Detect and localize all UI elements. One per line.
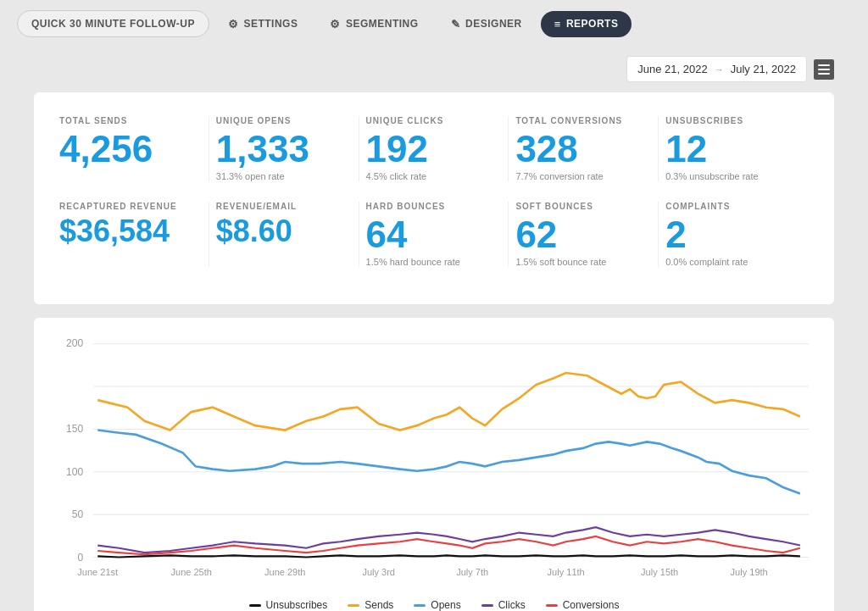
legend-opens: Opens [414, 599, 460, 611]
legend-dot-conversions [546, 604, 558, 607]
legend-clicks: Clicks [481, 599, 526, 611]
stat-complaints-sub: 0.0% complaint rate [665, 257, 795, 267]
date-end: July 21, 2022 [731, 63, 796, 75]
stat-soft-bounces-sub: 1.5% soft bounce rate [515, 257, 644, 267]
stat-soft-bounces-label: SOFT BOUNCES [515, 202, 644, 211]
date-arrow: → [715, 64, 724, 75]
date-start: June 21, 2022 [637, 63, 707, 75]
stat-unique-clicks-sub: 4.5% click rate [366, 171, 495, 181]
svg-text:0: 0 [77, 551, 83, 563]
stat-recaptured-revenue-label: RECAPTURED REVENUE [59, 202, 195, 211]
nav-segmenting[interactable]: ⚙ SEGMENTING [316, 11, 431, 37]
svg-text:June 25th: June 25th [170, 567, 211, 577]
stats-row-2: RECAPTURED REVENUE $36,584 REVENUE/EMAIL… [59, 202, 809, 267]
stat-complaints-value: 2 [665, 216, 795, 253]
chart-card: 200 150 100 50 0 June 21st June 25th Jun… [34, 318, 834, 611]
segmenting-icon: ⚙ [330, 18, 341, 31]
designer-icon: ✎ [451, 18, 461, 31]
stat-unique-opens-sub: 31.3% open rate [216, 171, 345, 181]
date-bar: June 21, 2022 → July 21, 2022 [34, 56, 834, 82]
nav-settings[interactable]: ⚙ SETTINGS [214, 11, 312, 37]
stat-complaints-label: COMPLAINTS [665, 202, 795, 211]
stat-unique-clicks: UNIQUE CLICKS 192 4.5% click rate [359, 116, 509, 181]
chart-svg: 200 150 100 50 0 June 21st June 25th Jun… [51, 335, 817, 589]
legend-label-sends: Sends [364, 599, 393, 611]
conversions-line [97, 536, 800, 554]
line-chart: 200 150 100 50 0 June 21st June 25th Jun… [51, 335, 817, 589]
stat-complaints: COMPLAINTS 2 0.0% complaint rate [659, 202, 809, 267]
svg-text:100: 100 [66, 466, 83, 478]
legend-label-opens: Opens [431, 599, 460, 611]
legend-dot-sends [348, 604, 359, 607]
main-content: June 21, 2022 → July 21, 2022 TOTAL SEND… [0, 47, 868, 611]
chart-legend: Unsubscribes Sends Opens Clicks Conversi… [51, 589, 817, 611]
stat-unsubscribes-label: UNSUBSCRIBES [665, 116, 795, 125]
legend-dot-opens [414, 604, 426, 607]
svg-text:July 19th: July 19th [731, 567, 768, 577]
nav-campaign[interactable]: QUICK 30 MINUTE FOLLOW-UP [17, 10, 209, 37]
nav-designer[interactable]: ✎ DESIGNER [437, 11, 536, 37]
stat-revenue-email-label: REVENUE/EMAIL [216, 202, 345, 211]
svg-text:July 11th: July 11th [548, 567, 585, 577]
legend-label-unsubscribes: Unsubscribes [266, 599, 328, 611]
nav-segmenting-label: SEGMENTING [346, 18, 419, 30]
nav-campaign-label: QUICK 30 MINUTE FOLLOW-UP [31, 18, 195, 30]
stats-row-1: TOTAL SENDS 4,256 UNIQUE OPENS 1,333 31.… [59, 116, 809, 181]
legend-label-clicks: Clicks [498, 599, 526, 611]
stat-revenue-email-value: $8.60 [216, 216, 345, 247]
stat-total-conversions-sub: 7.7% conversion rate [515, 171, 644, 181]
nav-reports-label: REPORTS [566, 18, 619, 30]
stat-unique-opens: UNIQUE OPENS 1,333 31.3% open rate [209, 116, 359, 181]
stat-total-sends-label: TOTAL SENDS [59, 116, 195, 125]
svg-text:150: 150 [66, 422, 83, 434]
legend-conversions: Conversions [546, 599, 620, 611]
stat-soft-bounces-value: 62 [515, 216, 644, 253]
stat-total-sends-value: 4,256 [59, 131, 195, 168]
stat-unique-clicks-value: 192 [366, 131, 495, 168]
stat-total-conversions-value: 328 [515, 131, 644, 168]
svg-text:50: 50 [72, 508, 83, 520]
settings-icon: ⚙ [228, 18, 239, 31]
stat-total-conversions-label: TOTAL CONVERSIONS [515, 116, 644, 125]
svg-text:July 15th: July 15th [641, 567, 678, 577]
stat-hard-bounces-value: 64 [366, 216, 495, 253]
svg-text:July 7th: July 7th [456, 567, 488, 577]
stat-total-conversions: TOTAL CONVERSIONS 328 7.7% conversion ra… [509, 116, 659, 181]
legend-unsubscribes: Unsubscribes [249, 599, 328, 611]
legend-label-conversions: Conversions [563, 599, 620, 611]
top-navigation: QUICK 30 MINUTE FOLLOW-UP ⚙ SETTINGS ⚙ S… [0, 0, 868, 47]
svg-rect-0 [818, 64, 830, 66]
stat-unique-clicks-label: UNIQUE CLICKS [366, 116, 495, 125]
nav-settings-label: SETTINGS [243, 18, 298, 30]
stat-recaptured-revenue-value: $36,584 [59, 216, 195, 247]
stats-card: TOTAL SENDS 4,256 UNIQUE OPENS 1,333 31.… [34, 92, 834, 304]
stat-hard-bounces-sub: 1.5% hard bounce rate [366, 257, 495, 267]
stat-unique-opens-value: 1,333 [216, 131, 345, 168]
nav-designer-label: DESIGNER [465, 18, 522, 30]
svg-text:July 3rd: July 3rd [362, 567, 395, 577]
reports-icon: ≡ [554, 18, 561, 31]
svg-rect-1 [818, 69, 830, 70]
svg-text:June 21st: June 21st [77, 567, 119, 577]
stat-unsubscribes-sub: 0.3% unsubscribe rate [665, 171, 795, 181]
date-range-picker[interactable]: June 21, 2022 → July 21, 2022 [626, 56, 807, 82]
stat-recaptured-revenue: RECAPTURED REVENUE $36,584 [59, 202, 209, 267]
stat-soft-bounces: SOFT BOUNCES 62 1.5% soft bounce rate [509, 202, 659, 267]
svg-rect-2 [818, 73, 830, 75]
sends-line [97, 373, 800, 430]
stat-unsubscribes: UNSUBSCRIBES 12 0.3% unsubscribe rate [659, 116, 809, 181]
date-range-menu-icon[interactable] [814, 59, 834, 80]
stat-unique-opens-label: UNIQUE OPENS [216, 116, 345, 125]
stat-hard-bounces-label: HARD BOUNCES [366, 202, 495, 211]
nav-reports[interactable]: ≡ REPORTS [541, 11, 632, 37]
stat-unsubscribes-value: 12 [665, 131, 795, 168]
stat-hard-bounces: HARD BOUNCES 64 1.5% hard bounce rate [359, 202, 509, 267]
stat-total-sends: TOTAL SENDS 4,256 [59, 116, 209, 181]
svg-text:200: 200 [66, 337, 83, 349]
stat-revenue-email: REVENUE/EMAIL $8.60 [209, 202, 359, 267]
legend-dot-unsubscribes [249, 604, 261, 607]
legend-dot-clicks [481, 604, 493, 607]
svg-text:June 29th: June 29th [264, 567, 305, 577]
opens-line [97, 430, 800, 494]
legend-sends: Sends [348, 599, 393, 611]
